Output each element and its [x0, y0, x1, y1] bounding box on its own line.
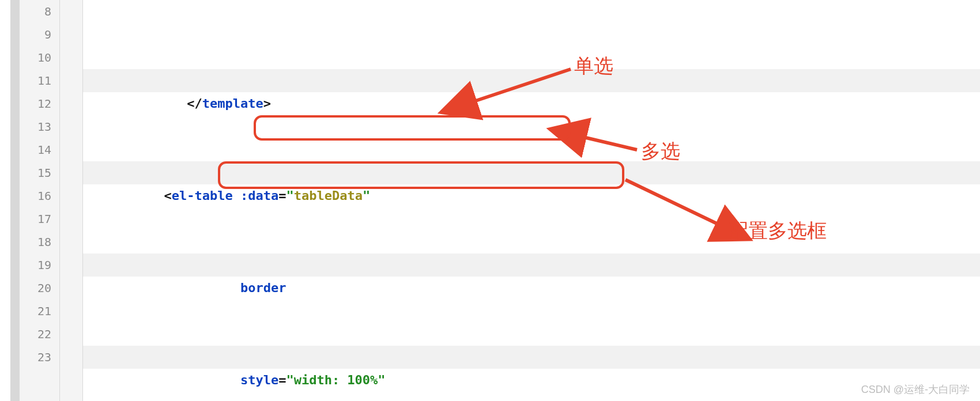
watermark: CSDN @运维-大白同学: [861, 383, 970, 396]
left-margin-strip: [10, 0, 20, 401]
line-number[interactable]: 9: [20, 23, 51, 46]
code-area[interactable]: </template> <el-table :data="tableData" …: [83, 0, 980, 401]
line-number[interactable]: 12: [20, 92, 51, 115]
code-line[interactable]: </template>: [83, 69, 980, 92]
line-number[interactable]: 17: [20, 207, 51, 230]
line-number[interactable]: 16: [20, 184, 51, 207]
line-number[interactable]: 13: [20, 115, 51, 138]
fold-gutter[interactable]: [60, 0, 83, 401]
code-line[interactable]: border: [83, 254, 980, 277]
line-number[interactable]: 18: [20, 230, 51, 254]
code-line[interactable]: style="width: 100%": [83, 346, 980, 369]
line-number[interactable]: 14: [20, 138, 51, 161]
line-number[interactable]: 20: [20, 277, 51, 300]
code-editor: 8 9 10 11 12 13 14 15 16 17 18 19 20 21 …: [0, 0, 980, 401]
line-numbers-gutter[interactable]: 8 9 10 11 12 13 14 15 16 17 18 19 20 21 …: [20, 0, 60, 401]
line-number[interactable]: 8: [20, 0, 51, 23]
line-number[interactable]: 19: [20, 254, 51, 277]
line-number[interactable]: 23: [20, 346, 51, 369]
line-number[interactable]: 15: [20, 161, 51, 184]
line-number[interactable]: 22: [20, 323, 51, 346]
line-number[interactable]: 10: [20, 46, 51, 69]
code-line[interactable]: <el-table :data="tableData": [83, 161, 980, 184]
line-number[interactable]: 11: [20, 69, 51, 92]
line-number[interactable]: 21: [20, 300, 51, 323]
